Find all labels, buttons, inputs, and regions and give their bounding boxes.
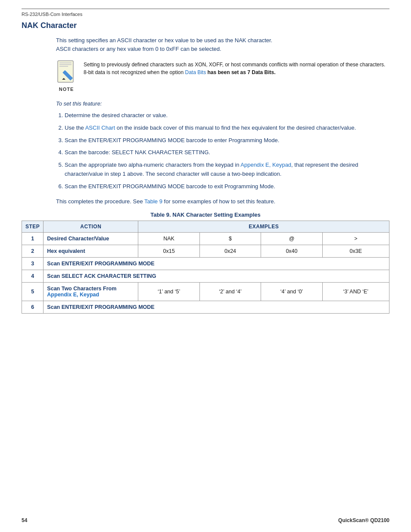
example-5-2: ‘2’ and ‘4’ [199, 282, 261, 301]
product-name: QuickScan® QD2100 [338, 517, 389, 523]
appendix-e-link[interactable]: Appendix E, Keypad [240, 162, 291, 168]
svg-rect-2 [59, 64, 72, 65]
table-row: 5 Scan Two Characters From Appendix E, K… [22, 282, 389, 301]
step-num-2: 2 [22, 245, 44, 257]
example-2-2: 0x24 [199, 245, 261, 257]
example-5-3: ‘4’ and ‘0’ [261, 282, 322, 301]
table-row: 4 Scan SELECT ACK CHARACTER SETTING [22, 270, 389, 282]
table-row: 6 Scan ENTER/EXIT PROGRAMMING MODE [22, 301, 389, 313]
intro-text: This setting specifies an ASCII characte… [56, 36, 389, 53]
action-cell-5: Scan Two Characters From Appendix E, Key… [44, 282, 138, 301]
step-6: Scan the ENTER/EXIT PROGRAMMING MODE bar… [65, 182, 389, 191]
top-rule [22, 9, 389, 9]
example-5-1: ‘1’ and ‘5’ [138, 282, 199, 301]
example-5-4: ‘3’ AND ‘E’ [322, 282, 389, 301]
table-row: 2 Hex equivalent 0x15 0x24 0x40 0x3E [22, 245, 389, 257]
table-row: 3 Scan ENTER/EXIT PROGRAMMING MODE [22, 257, 389, 270]
action-cell-3: Scan ENTER/EXIT PROGRAMMING MODE [44, 257, 389, 270]
col-header-examples: EXAMPLES [138, 221, 389, 232]
note-icon [56, 60, 77, 85]
step-1: Determine the desired character or value… [65, 111, 389, 120]
step-num-5: 5 [22, 282, 44, 301]
svg-rect-3 [59, 66, 68, 67]
example-2-1: 0x15 [138, 245, 199, 257]
action-cell-6: Scan ENTER/EXIT PROGRAMMING MODE [44, 301, 389, 313]
example-1-1: NAK [138, 232, 199, 245]
step-num-3: 3 [22, 257, 44, 270]
action-cell-1: Desired Character/Value [44, 232, 138, 245]
intro-line-1: This setting specifies an ASCII characte… [56, 37, 272, 44]
note-box: NOTE Setting to previously defined chara… [56, 60, 389, 92]
note-icon-container: NOTE [56, 60, 77, 92]
step-num-1: 1 [22, 232, 44, 245]
note-text: Setting to previously defined characters… [84, 60, 389, 76]
appendix-e-table-link[interactable]: Appendix E, Keypad [47, 292, 99, 298]
example-2-3: 0x40 [261, 245, 322, 257]
to-set-label: To set this feature: [56, 100, 389, 107]
step-3: Scan the ENTER/EXIT PROGRAMMING MODE bar… [65, 136, 389, 145]
step-num-4: 4 [22, 270, 44, 282]
example-2-4: 0x3E [322, 245, 389, 257]
steps-list: Determine the desired character or value… [56, 111, 389, 191]
example-1-4: > [322, 232, 389, 245]
example-1-2: $ [199, 232, 261, 245]
step-5: Scan the appropriate two alpha-numeric c… [65, 161, 389, 179]
data-bits-link[interactable]: Data Bits [185, 69, 206, 75]
section-title: NAK Character [22, 21, 389, 30]
step-4: Scan the barcode: SELECT NAK CHARACTER S… [65, 148, 389, 157]
table-title: Table 9. NAK Character Setting Examples [22, 212, 389, 218]
footer: 54 QuickScan® QD2100 [22, 517, 389, 523]
col-header-step: STEP [22, 221, 44, 232]
note-label: NOTE [59, 87, 74, 92]
step-2: Use the ASCII Chart on the inside back c… [65, 124, 389, 133]
col-header-action: ACTION [44, 221, 138, 232]
step-num-6: 6 [22, 301, 44, 313]
example-1-3: @ [261, 232, 322, 245]
ascii-chart-link[interactable]: ASCII Chart [85, 124, 115, 131]
intro-line-2: ASCII characters or any hex value from 0… [56, 46, 221, 52]
breadcrumb: RS-232/USB-Com Interfaces [22, 12, 389, 17]
action-cell-2: Hex equivalent [44, 245, 138, 257]
table9-link[interactable]: Table 9 [144, 198, 162, 205]
page-number: 54 [22, 517, 27, 523]
svg-rect-1 [59, 62, 72, 63]
action-cell-4: Scan SELECT ACK CHARACTER SETTING [44, 270, 389, 282]
table-row: 1 Desired Character/Value NAK $ @ > [22, 232, 389, 245]
nak-character-table: STEP ACTION EXAMPLES 1 Desired Character… [22, 221, 389, 314]
completion-text: This completes the procedure. See Table … [56, 198, 389, 205]
